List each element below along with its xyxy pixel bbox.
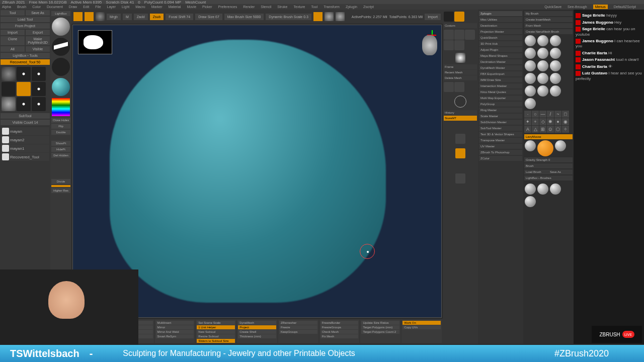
close-holes-button[interactable]: Close Holes — [51, 118, 70, 123]
a-icon[interactable]: A — [524, 126, 531, 133]
create-shell-button[interactable]: Create Shell — [238, 330, 276, 334]
zplugin-header[interactable]: Zplugin — [479, 11, 522, 16]
brush-preset-icon[interactable] — [525, 35, 536, 46]
smart-resym-button[interactable]: Smart ReSym — [156, 334, 194, 338]
freeze-button[interactable]: Freeze — [279, 325, 317, 329]
brush-header[interactable]: Brush — [524, 163, 573, 168]
persp-icon[interactable] — [325, 12, 334, 21]
export-button[interactable]: Export — [26, 30, 50, 35]
menu-picker[interactable]: Picker — [202, 5, 212, 9]
divide-slider[interactable] — [51, 185, 70, 187]
triangle-icon[interactable]: △ — [532, 126, 539, 133]
menu-document[interactable]: Document — [47, 5, 63, 9]
mirror-weld-button[interactable]: Mirror And Weld — [156, 330, 194, 334]
snap-icon[interactable] — [455, 148, 465, 158]
unit-helper-button[interactable]: 1 Unit Helper — [197, 325, 235, 329]
brush-preset-icon[interactable] — [525, 48, 536, 59]
menu-alpha[interactable]: Alpha — [2, 5, 11, 9]
brush-preset-icon[interactable] — [550, 73, 561, 84]
plugin-item[interactable]: Scale Master — [479, 114, 522, 119]
brush-preset-icon[interactable] — [537, 35, 548, 46]
menu-zplugin[interactable]: Zplugin — [346, 5, 357, 9]
showpt-button[interactable]: ShowPt — [51, 141, 70, 146]
plugin-item[interactable]: Maya Blend Shapes — [479, 53, 522, 58]
delete-mesh-button[interactable]: Delete Mesh — [444, 75, 477, 80]
brush-preset-icon[interactable] — [550, 48, 561, 59]
save-brush-button[interactable]: Save As — [548, 169, 573, 174]
update-size-button[interactable]: Update Size Ratios — [361, 321, 399, 325]
slash-icon[interactable]: / — [547, 111, 554, 118]
shelf-icon[interactable] — [454, 12, 464, 22]
plugin-item[interactable]: Transpose Master — [479, 138, 522, 143]
plugin-item[interactable]: FBX ExportImport — [479, 71, 522, 76]
diamond-icon[interactable]: ◇ — [539, 118, 546, 125]
flip-button[interactable]: Flip — [51, 124, 70, 129]
plugin-item[interactable]: Ring Master — [479, 108, 522, 113]
sphere-icon[interactable] — [2, 97, 16, 111]
max-brush-slider[interactable]: Max Brush Size 5000 — [224, 14, 264, 20]
plugin-item[interactable]: IMM Draw Size — [479, 77, 522, 82]
plugin-item[interactable]: ZBrush To Photoshop — [479, 150, 522, 155]
work-on-button[interactable]: Work On — [403, 321, 441, 325]
check-mesh-button[interactable]: Check Mesh — [320, 330, 359, 334]
line-icon[interactable]: — — [539, 111, 546, 118]
thickness-slider[interactable]: Thickness (mm) — [238, 334, 276, 338]
clone-button[interactable]: Clone — [1, 36, 25, 45]
brush-preset-icon[interactable] — [537, 48, 548, 59]
brush-icon[interactable] — [537, 184, 548, 195]
plugin-item[interactable]: SubDivision Master — [479, 120, 522, 125]
brush-preset-icon[interactable] — [537, 85, 548, 97]
menu-marker[interactable]: Marker — [151, 5, 163, 9]
menus-button[interactable]: Menus — [593, 5, 608, 9]
shelf-icon[interactable] — [444, 12, 454, 22]
freeze-groups-button[interactable]: FreezeGroups — [320, 325, 359, 329]
star-shelf-icon[interactable] — [455, 53, 465, 63]
resize-subtool-button[interactable]: Resize Subtool — [197, 334, 235, 338]
plugin-item[interactable]: Misc Utilities — [479, 17, 522, 22]
defaultzscript-button[interactable]: DefaultZScript — [614, 5, 636, 9]
simple-brush-icon[interactable] — [17, 67, 31, 81]
alpha-thumbnail[interactable] — [78, 30, 112, 54]
create-nano-button[interactable]: Create NanoMesh Brush — [524, 29, 573, 34]
create-insert-button[interactable]: Create InsertMesh — [524, 17, 573, 22]
stroke-preview-icon[interactable] — [52, 38, 70, 56]
menu-transform[interactable]: Transform — [324, 5, 340, 9]
menu-edit[interactable]: Edit — [83, 5, 89, 9]
mask-brush-icon[interactable] — [525, 140, 536, 151]
alpha-preview-icon[interactable] — [52, 58, 70, 76]
cube-icon-2[interactable] — [465, 30, 475, 40]
sliders-subtool-button[interactable]: Sliders to Subtool Size — [197, 339, 235, 343]
frame-button[interactable]: Frame — [444, 64, 477, 69]
brush-preset-icon[interactable] — [537, 73, 548, 84]
tool-s-icon[interactable] — [17, 82, 31, 96]
point-icon[interactable]: · — [524, 111, 531, 118]
array-icon[interactable] — [455, 173, 465, 184]
plugin-item[interactable]: Intersection Masker — [479, 83, 522, 88]
m-button[interactable]: M — [123, 14, 132, 20]
plugin-item[interactable]: Deactivation — [479, 23, 522, 28]
subtool-item[interactable]: Recovered_Tool — [1, 153, 49, 161]
copy-uvs-button[interactable]: Copy UVs — [403, 325, 441, 329]
square-icon[interactable]: □ — [562, 111, 569, 118]
new-subtool-button[interactable]: New Subtool — [197, 330, 235, 334]
menu-color[interactable]: Color — [32, 5, 41, 9]
wave-icon[interactable]: ~ — [554, 111, 561, 118]
zremesher-button[interactable]: ZRemesher — [279, 321, 317, 325]
menu-macro[interactable]: Macro — [135, 5, 145, 9]
target-poly-mm-slider[interactable]: Target Polygons (mm) — [361, 325, 399, 329]
history-icon[interactable] — [454, 96, 466, 108]
toggle-1[interactable] — [313, 12, 323, 21]
brush-icon[interactable] — [525, 184, 536, 195]
menu-draw[interactable]: Draw — [69, 5, 77, 9]
target-icon[interactable]: ⊙ — [547, 126, 554, 133]
menu-texture[interactable]: Texture — [293, 5, 305, 9]
custom-label[interactable]: Custom — [444, 23, 477, 28]
menu-preferences[interactable]: Preferences — [218, 5, 237, 9]
dynamesh-button[interactable]: DynaMesh — [238, 321, 276, 325]
menu-material[interactable]: Material — [168, 5, 181, 9]
brush-preview-icon[interactable] — [52, 18, 70, 36]
plugin-item[interactable]: DynaMesh Master — [479, 65, 522, 70]
hidept-button[interactable]: HidePt — [51, 147, 70, 152]
star-icon-4[interactable] — [32, 97, 46, 111]
cube-icon[interactable] — [454, 30, 464, 40]
